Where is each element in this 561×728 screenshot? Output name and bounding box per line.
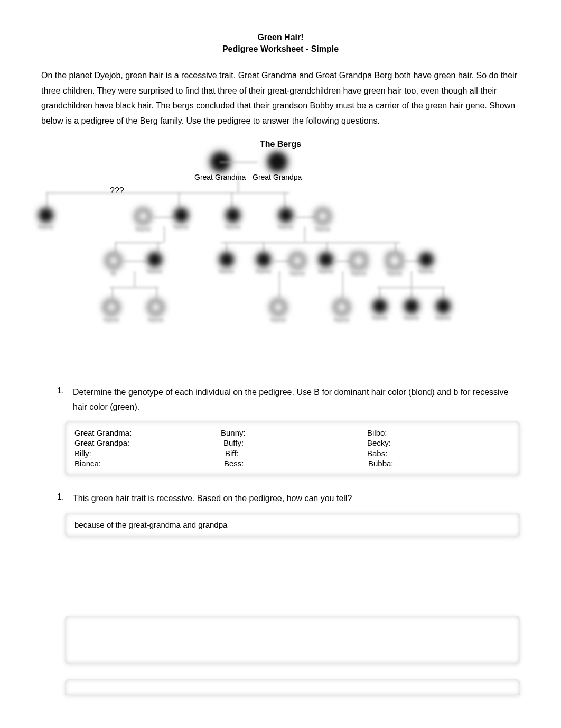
genotype-field: Becky: <box>367 438 510 448</box>
pedigree-name: Name <box>173 223 189 231</box>
answer-box-partial[interactable] <box>65 679 520 695</box>
pedigree-node-icon <box>279 208 293 222</box>
pedigree-node-icon <box>174 208 188 222</box>
connector-line <box>46 192 48 208</box>
connector-line <box>294 217 315 218</box>
question-text: Determine the genotype of each individua… <box>73 385 520 413</box>
connector-line <box>124 261 146 262</box>
questions-list: 1. Determine the genotype of each indivi… <box>41 385 520 537</box>
title-line1: Green Hair! <box>41 32 520 43</box>
connector-line <box>115 242 164 243</box>
connector-line <box>164 226 165 242</box>
pedigree-name: Name <box>334 316 350 324</box>
connector-line <box>411 287 412 298</box>
label-great-grandpa: Great Grandpa <box>253 172 302 183</box>
pedigree-ring-icon <box>135 208 151 224</box>
pedigree-name: Name <box>418 268 434 275</box>
connector-line <box>157 242 158 253</box>
connector-line <box>231 192 232 208</box>
pedigree-name: Name <box>435 314 451 322</box>
pedigree-name: Name <box>372 314 387 322</box>
connector-line <box>110 287 158 288</box>
pedigree-name: Name <box>135 225 151 233</box>
pedigree-name: Name <box>225 223 240 231</box>
pedigree-node-icon <box>148 253 162 266</box>
pedigree-title: The Bergs <box>41 139 520 150</box>
pedigree-node-icon <box>419 253 433 266</box>
connector-line <box>342 271 343 298</box>
connector-line <box>279 271 280 298</box>
pedigree-name: Name <box>404 314 419 322</box>
connector-line <box>284 192 285 208</box>
spacer <box>41 552 520 616</box>
pedigree-node-icon <box>373 299 387 313</box>
connector-line <box>395 242 396 253</box>
connector-line <box>46 192 289 193</box>
pedigree-square-icon <box>268 152 287 171</box>
pedigree-name: Name <box>219 268 234 275</box>
answer-box-genotypes[interactable]: Great Grandma: Great Grandpa: Billy: Bia… <box>65 421 520 475</box>
genotype-field: Great Grandpa: <box>74 438 218 448</box>
question-number: 1. <box>57 385 64 397</box>
pedigree-section: The Bergs Great Grandma Great Grandpa ??… <box>41 139 520 364</box>
question-number: 1. <box>57 491 64 503</box>
pedigree-name: Name <box>147 268 162 275</box>
genotype-field: Bilbo: <box>367 428 510 438</box>
connector-line <box>238 171 239 192</box>
pedigree-square-ring-icon <box>387 253 403 269</box>
question-1: 1. Determine the genotype of each indivi… <box>73 385 520 475</box>
pedigree-name: Name <box>270 316 286 324</box>
pedigree-node-icon <box>436 299 450 313</box>
pedigree-ring-icon <box>289 253 305 269</box>
pedigree-name: Name <box>351 270 367 278</box>
pedigree-ring-icon <box>106 253 121 269</box>
connector-line <box>379 287 380 298</box>
pedigree-name: Name <box>278 223 293 231</box>
connector-line <box>115 242 116 253</box>
pedigree-node-icon <box>220 253 233 266</box>
question-text: This green hair trait is recessive. Base… <box>73 491 520 505</box>
intro-paragraph: On the planet Dyejob, green hair is a re… <box>41 68 520 129</box>
pedigree-name: Bi <box>106 270 121 278</box>
connector-line <box>263 242 264 253</box>
title-line2: Pedigree Worksheet - Simple <box>41 43 520 55</box>
answer-text: because of the great-grandma and grandpa <box>74 520 227 529</box>
pedigree-name: Name <box>315 225 331 233</box>
pedigree-ring-icon <box>315 208 331 224</box>
pedigree-ring-icon <box>104 299 119 315</box>
genotype-field: Billy: <box>74 448 218 459</box>
genotype-field: Bubba: <box>367 458 510 469</box>
pedigree-ring-icon <box>148 299 164 315</box>
pedigree-ring-icon <box>270 299 286 315</box>
genotype-field: Babs: <box>367 448 510 459</box>
pedigree-name: Name <box>289 270 305 278</box>
pedigree-name: Name <box>148 316 164 324</box>
answer-box-empty[interactable] <box>65 616 520 664</box>
pedigree-name: Name <box>256 268 271 275</box>
pedigree-name: Name <box>104 316 119 324</box>
connector-line <box>333 261 351 262</box>
answer-box-q2[interactable]: because of the great-grandma and grandpa <box>65 513 520 537</box>
genotype-field: Biff: <box>221 448 364 459</box>
connector-line <box>226 242 227 253</box>
genotype-field: Great Grandma: <box>74 428 218 438</box>
pedigree-name: Name <box>318 268 333 275</box>
label-unknown: ??? <box>110 185 124 197</box>
question-2: 1. This green hair trait is recessive. B… <box>73 491 520 537</box>
pedigree-name: Name <box>38 223 53 231</box>
genotype-field: Bess: <box>221 458 364 469</box>
pedigree-ring-icon <box>334 299 350 315</box>
pedigree-square-ring-icon <box>351 253 367 269</box>
pedigree-diagram: Great Grandma Great Grandpa ??? Name Nam… <box>41 152 520 364</box>
pedigree-node-icon <box>405 299 418 313</box>
connector-line <box>153 217 174 218</box>
connector-line <box>134 271 135 287</box>
pedigree-node-icon <box>319 253 333 266</box>
connector-line <box>270 261 289 262</box>
pedigree-node-icon <box>226 208 240 222</box>
genotype-field: Bianca: <box>74 458 218 469</box>
pedigree-node-icon <box>39 208 53 222</box>
connector-line <box>221 242 400 243</box>
connector-line <box>404 261 419 262</box>
connector-line <box>411 271 412 287</box>
